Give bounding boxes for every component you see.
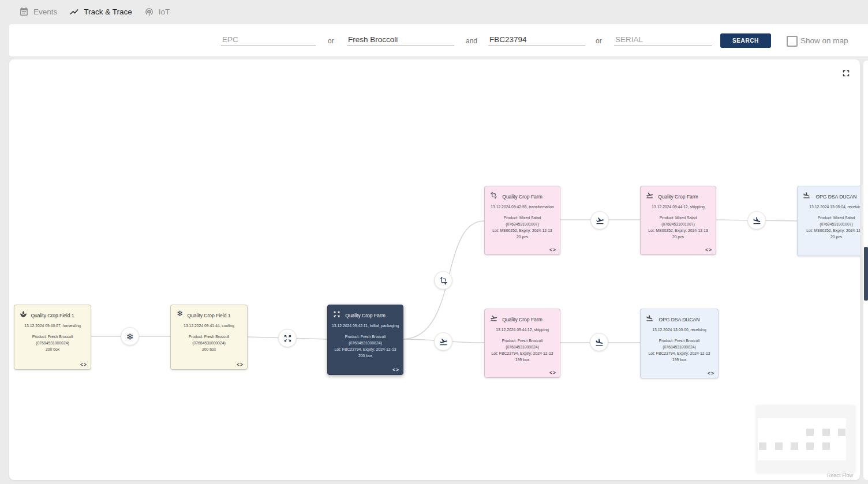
node-title: OPG DSA DUCAN bbox=[659, 317, 700, 322]
flow-node-shipping-salad[interactable]: Quality Crop Farm 13.12.2024 09:44:12, s… bbox=[640, 186, 716, 255]
flow-node-harvesting[interactable]: Quality Crop Field 1 13.12.2024 09:40:07… bbox=[14, 305, 91, 370]
code-icon[interactable]: <> bbox=[705, 247, 712, 253]
node-title: OPG DSA DUCAN bbox=[816, 194, 857, 200]
code-icon[interactable]: <> bbox=[549, 247, 556, 253]
node-timestamp: 13.12.2024 09:41:44, cooling bbox=[171, 324, 247, 328]
code-icon[interactable]: <> bbox=[549, 370, 556, 376]
product-input[interactable] bbox=[347, 33, 454, 46]
edge-event-shipping[interactable] bbox=[434, 332, 452, 351]
node-line: (07684531000024) bbox=[485, 344, 560, 351]
node-title: Quality Crop Field 1 bbox=[187, 313, 230, 318]
node-line: Lot: MS00252, Expiry: 2024-12-13 bbox=[485, 228, 560, 234]
node-line: (07684531000024) bbox=[328, 340, 403, 347]
node-line: (07684531000024) bbox=[14, 340, 91, 347]
node-timestamp: 13.12.2024 09:44:12, shipping bbox=[641, 205, 716, 209]
show-on-map-label: Show on map bbox=[800, 36, 848, 45]
node-line: Product: Fresh Broccoli bbox=[171, 334, 247, 340]
fullscreen-icon[interactable] bbox=[841, 68, 851, 78]
node-title: Quality Crop Farm bbox=[502, 317, 542, 322]
flight-takeoff-icon bbox=[596, 216, 604, 225]
edge-event-cooling[interactable]: ❄ bbox=[121, 327, 139, 346]
flight-land-icon bbox=[753, 216, 761, 225]
minimap[interactable] bbox=[756, 406, 855, 473]
minimap-node bbox=[806, 442, 814, 450]
node-line: 199 box bbox=[641, 357, 718, 363]
node-line: Product: Fresh Broccoli bbox=[328, 334, 403, 340]
node-timestamp: 13.12.2024 09:44:12, shipping bbox=[485, 328, 560, 332]
node-line: Product: Fresh Broccoli bbox=[641, 338, 718, 344]
show-on-map-checkbox[interactable] bbox=[787, 36, 798, 47]
minimap-node bbox=[759, 442, 766, 450]
search-button[interactable]: SEARCH bbox=[720, 33, 771, 48]
tab-iot[interactable]: IoT bbox=[144, 7, 170, 17]
transformation-icon bbox=[439, 276, 448, 285]
harvest-icon bbox=[20, 310, 27, 317]
node-timestamp: 13.12.2024 13:00:00, receiving bbox=[641, 328, 718, 332]
trace-chart-icon bbox=[69, 7, 79, 17]
node-line: 20 pcs bbox=[798, 234, 860, 241]
serial-input[interactable] bbox=[614, 33, 712, 46]
edge-event-receiving[interactable] bbox=[747, 211, 766, 230]
edge-event-packaging[interactable] bbox=[278, 329, 297, 347]
node-line: 200 box bbox=[328, 353, 403, 359]
node-line: Product: Fresh Broccoli bbox=[485, 338, 560, 344]
node-line: Product: Fresh Broccoli bbox=[14, 334, 91, 340]
node-title: Quality Crop Farm bbox=[345, 313, 385, 318]
flight-land-icon bbox=[595, 338, 604, 347]
node-timestamp: 13.12.2024 09:40:07, harvesting bbox=[14, 324, 91, 328]
node-line: Lot: FBC23794, Expiry: 2024-12-13 bbox=[641, 351, 718, 357]
flight-takeoff-icon bbox=[439, 337, 448, 346]
node-timestamp: 13.12.2024 09:42:11, initial_packaging bbox=[328, 324, 403, 328]
minimap-viewport bbox=[758, 418, 846, 460]
flow-node-transformation[interactable]: Quality Crop Farm 13.12.2024 09:42:55, t… bbox=[484, 186, 560, 255]
lot-input[interactable] bbox=[488, 33, 585, 46]
edge-event-transformation[interactable] bbox=[434, 271, 452, 290]
node-line: Product: Mixed Salad bbox=[641, 215, 716, 222]
node-line: Lot: FBC23794, Expiry: 2024-12-13 bbox=[485, 351, 560, 357]
antenna-icon bbox=[144, 7, 154, 17]
flow-node-shipping-broccoli[interactable]: Quality Crop Farm 13.12.2024 09:44:12, s… bbox=[484, 309, 560, 378]
tab-events[interactable]: Events bbox=[19, 7, 57, 17]
code-icon[interactable]: <> bbox=[237, 362, 244, 367]
or-label: or bbox=[596, 37, 602, 45]
node-title: Quality Crop Farm bbox=[502, 194, 542, 200]
code-icon[interactable]: <> bbox=[392, 367, 399, 373]
node-line: 200 box bbox=[171, 347, 247, 353]
react-flow-attribution: React Flow bbox=[827, 472, 853, 478]
node-line: (07684531000024) bbox=[171, 340, 247, 347]
tab-track-trace-label: Track & Trace bbox=[84, 7, 132, 16]
node-timestamp: 13.12.2024 09:42:55, transformation bbox=[485, 205, 560, 209]
snowflake-icon: ❄ bbox=[126, 332, 134, 341]
transformation-icon bbox=[490, 191, 497, 198]
node-line: Product: Mixed Salad bbox=[485, 215, 560, 222]
node-line: (07684531001007) bbox=[641, 222, 716, 228]
node-line: Product: Mixed Salad bbox=[798, 215, 860, 222]
flow-node-receiving-broccoli[interactable]: OPG DSA DUCAN 13.12.2024 13:00:00, recei… bbox=[640, 309, 719, 378]
minimap-node bbox=[791, 442, 798, 450]
node-line: 20 pcs bbox=[485, 234, 560, 241]
and-label: and bbox=[466, 37, 477, 45]
packaging-icon bbox=[333, 310, 341, 317]
minimap-node bbox=[822, 429, 830, 436]
minimap-node bbox=[822, 442, 830, 450]
flow-node-receiving-salad[interactable]: OPG DSA DUCAN 13.12.2024 13:05:04, recei… bbox=[797, 186, 860, 256]
flight-takeoff-icon bbox=[490, 314, 497, 321]
code-icon[interactable]: <> bbox=[708, 370, 714, 376]
node-title: Quality Crop Field 1 bbox=[31, 313, 74, 318]
edge-event-receiving[interactable] bbox=[590, 333, 608, 351]
flow-node-initial-packaging[interactable]: Quality Crop Farm 13.12.2024 09:42:11, i… bbox=[327, 305, 403, 375]
scrollbar-thumb[interactable] bbox=[864, 247, 868, 301]
epc-input[interactable] bbox=[221, 33, 316, 46]
node-line: Lot: MS00252, Expiry: 2024-12-13 bbox=[798, 228, 860, 234]
flow-canvas[interactable]: Quality Crop Field 1 13.12.2024 09:40:07… bbox=[9, 59, 860, 480]
node-line: 200 box bbox=[14, 347, 91, 353]
minimap-node bbox=[806, 429, 814, 436]
tab-track-trace[interactable]: Track & Trace bbox=[69, 7, 132, 17]
code-icon[interactable]: <> bbox=[80, 362, 87, 367]
node-title: Quality Crop Farm bbox=[658, 194, 698, 200]
flow-node-cooling[interactable]: ❄ Quality Crop Field 1 13.12.2024 09:41:… bbox=[170, 305, 248, 370]
node-timestamp: 13.12.2024 13:05:04, receiving bbox=[798, 205, 860, 209]
flight-takeoff-icon bbox=[646, 191, 653, 198]
edge-event-shipping[interactable] bbox=[590, 211, 609, 230]
node-line: (07684531000024) bbox=[641, 344, 718, 351]
